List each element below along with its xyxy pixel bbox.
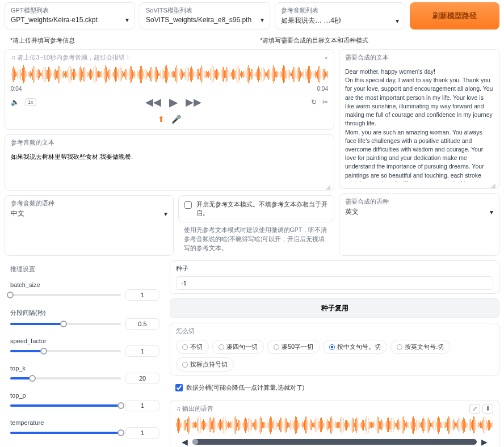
progress-bar[interactable] [192, 439, 477, 445]
next-icon[interactable]: ▶ [481, 437, 488, 446]
speed-badge[interactable]: 1x [25, 98, 36, 106]
ref-audio-label: 参考音频列表 [281, 6, 399, 15]
no-ref-checkbox[interactable] [184, 201, 192, 209]
close-icon[interactable]: × [325, 54, 328, 61]
split-value[interactable]: 0.5 [125, 318, 159, 330]
cut-option[interactable]: 按中文句号。切 [323, 340, 387, 354]
chevron-down-icon: ▾ [490, 208, 493, 216]
upload-icon[interactable]: ⬆ [158, 115, 165, 124]
mic-icon[interactable]: 🎤 [171, 115, 181, 124]
top_p-value[interactable]: 1 [125, 400, 159, 411]
cut-option[interactable]: 按英文句号.切 [390, 340, 450, 354]
seed-input[interactable] [176, 276, 493, 290]
batch_size-value[interactable]: 1 [125, 289, 159, 301]
cut-mode-group: 不切凑四句一切凑50字一切按中文句号。切按英文句号.切按标点符号切 [170, 336, 499, 375]
ref-text-label: 参考音频的文本 [5, 135, 334, 148]
forward-icon[interactable]: ▶▶ [186, 96, 201, 108]
cut-option[interactable]: 凑四句一切 [212, 340, 264, 354]
ref-text-input[interactable] [5, 148, 334, 182]
chevron-down-icon: ▾ [261, 16, 264, 24]
trim-icon[interactable]: ✂ [322, 98, 328, 106]
infer-title: 推理设置 [5, 260, 165, 275]
chevron-down-icon: ▾ [396, 17, 399, 25]
prev-icon[interactable]: ◀ [182, 437, 188, 446]
right-hint: *请填写需要合成的目标文本和语种模式 [254, 34, 499, 47]
top_k-slider[interactable] [10, 377, 121, 379]
chevron-down-icon: ▾ [164, 210, 167, 218]
upload-hint: 请上传3~10秒内参考音频，超过会报错！ [17, 54, 131, 61]
output-waveform[interactable] [176, 415, 493, 435]
play-icon[interactable]: ▶ [169, 95, 178, 109]
speed-slider[interactable] [10, 350, 121, 352]
cut-option[interactable]: 不切 [176, 340, 209, 354]
rewind-icon[interactable]: ◀◀ [145, 96, 161, 108]
zoom-icon[interactable]: ⤢ [469, 404, 480, 414]
top_k-value[interactable]: 20 [125, 373, 159, 384]
target-text-input[interactable] [339, 63, 499, 182]
loop-icon[interactable]: ↻ [311, 98, 317, 106]
target-lang-dropdown[interactable]: 需要合成的语种 英文▾ [339, 193, 499, 256]
gpt-model-label: GPT模型列表 [11, 6, 129, 15]
split-slider[interactable] [10, 323, 121, 325]
ref-audio-dropdown[interactable]: 参考音频列表 如果我说去… …4秒▾ [275, 2, 405, 29]
speed-value[interactable]: 1 [125, 345, 159, 357]
cut-option[interactable]: 按标点符号切 [176, 357, 234, 372]
sovits-model-label: SoVITS模型列表 [146, 6, 264, 15]
bucket-checkbox[interactable] [175, 384, 183, 391]
download-icon[interactable]: ⬇ [482, 404, 493, 414]
sovits-model-dropdown[interactable]: SoVITS模型列表 SoVITS_weights/Keira_e8_s96.p… [140, 2, 270, 29]
temperature-value[interactable]: 1 [125, 427, 159, 438]
volume-icon[interactable]: 🔈 [11, 98, 19, 106]
seed-reuse-button[interactable]: 种子复用 [170, 298, 499, 318]
ref-lang-dropdown[interactable]: 参考音频的语种 中文▾ [5, 195, 174, 256]
top_p-slider[interactable] [10, 404, 121, 407]
left-hint: *请上传并填写参考信息 [5, 34, 250, 47]
batch_size-slider[interactable] [10, 294, 121, 296]
chevron-down-icon: ▾ [125, 16, 129, 24]
target-text-label: 需要合成的文本 [339, 50, 499, 63]
no-ref-note: 使用无参考文本模式时建议使用微调的GPT，听不清参考音频说的啥(不晓得写啥)可以… [178, 222, 335, 256]
cut-option[interactable]: 凑50字一切 [267, 340, 320, 354]
ref-waveform[interactable] [11, 64, 328, 85]
gpt-model-dropdown[interactable]: GPT模型列表 GPT_weights/Keira-e15.ckpt▾ [5, 2, 135, 29]
refresh-models-button[interactable]: 刷新模型路径 [410, 2, 499, 29]
temperature-slider[interactable] [10, 432, 121, 434]
